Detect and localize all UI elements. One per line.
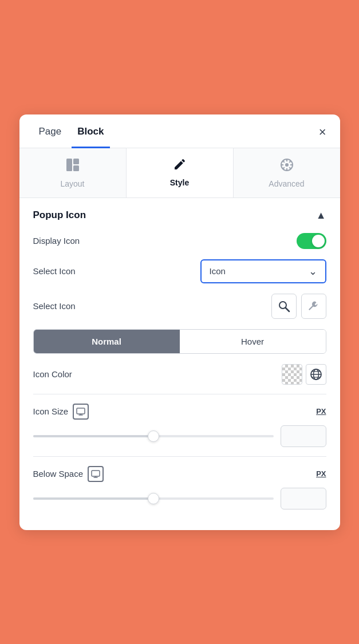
slider-thumb-2[interactable] (148, 493, 159, 504)
icon-size-unit[interactable]: PX (316, 407, 326, 416)
tab-page[interactable]: Page (33, 126, 68, 148)
select-icon-value: Icon (210, 266, 226, 276)
toggle-thumb (312, 235, 325, 247)
global-color-button[interactable] (306, 364, 326, 385)
icon-size-label: Icon Size (33, 404, 89, 420)
below-space-header: Below Space PX (33, 466, 326, 482)
content-area: Popup Icon ▲ Display Icon Select Icon Ic… (19, 198, 340, 530)
select-icon-label: Select Icon (33, 266, 76, 276)
below-space-section: Below Space PX (33, 466, 326, 519)
svg-line-10 (289, 167, 291, 169)
tab-block[interactable]: Block (72, 126, 109, 148)
monitor-icon-2[interactable] (88, 466, 104, 482)
tab-style-label: Style (170, 178, 189, 187)
slider-fill-2 (33, 497, 153, 500)
advanced-icon (279, 157, 294, 176)
svg-rect-20 (77, 408, 85, 414)
icon-size-header: Icon Size PX (33, 404, 326, 420)
icon-color-label: Icon Color (33, 369, 72, 379)
monitor-icon[interactable] (73, 404, 89, 420)
header-tabs: Page Block × (19, 114, 340, 148)
display-icon-row: Display Icon (33, 233, 326, 249)
icon-buttons (271, 294, 326, 319)
select-icon-buttons-row: Select Icon (33, 294, 326, 319)
state-toggle: Normal Hover (33, 329, 326, 354)
svg-rect-0 (66, 159, 72, 171)
below-space-input[interactable] (281, 488, 326, 509)
toggle-track (297, 233, 326, 249)
hover-state-button[interactable]: Hover (180, 330, 326, 353)
svg-line-12 (282, 167, 284, 169)
style-icon (173, 157, 187, 175)
icon-size-slider-row (33, 425, 326, 447)
svg-line-14 (286, 308, 289, 311)
chevron-down-icon: ⌄ (309, 265, 317, 278)
icon-color-row: Icon Color (33, 364, 326, 394)
sub-tabs: Layout Style (19, 148, 340, 198)
tab-advanced[interactable]: Advanced (234, 148, 340, 197)
slider-thumb[interactable] (148, 430, 159, 442)
search-icon-button[interactable] (271, 294, 297, 319)
svg-rect-1 (73, 159, 79, 164)
svg-rect-2 (73, 165, 79, 171)
tab-layout[interactable]: Layout (19, 148, 127, 197)
color-swatches (282, 364, 326, 385)
icon-size-text: Icon Size (33, 406, 69, 416)
close-button[interactable]: × (319, 126, 326, 148)
tab-advanced-label: Advanced (269, 179, 304, 188)
select-icon-dropdown-row: Select Icon Icon ⌄ (33, 259, 326, 283)
svg-point-4 (285, 163, 289, 167)
tab-style[interactable]: Style (127, 148, 234, 197)
section-title: Popup Icon (33, 210, 86, 221)
wrench-icon-button[interactable] (301, 294, 326, 319)
transparent-swatch[interactable] (282, 364, 302, 385)
settings-panel: Page Block × Layout Style (19, 114, 340, 530)
below-space-text: Below Space (33, 469, 84, 479)
tab-layout-label: Layout (60, 179, 84, 188)
display-icon-label: Display Icon (33, 236, 80, 246)
svg-rect-23 (92, 471, 100, 476)
collapse-icon[interactable]: ▲ (316, 210, 326, 222)
svg-line-9 (282, 160, 284, 162)
slider-fill (33, 435, 153, 437)
icon-size-section: Icon Size PX (33, 404, 326, 457)
display-icon-toggle[interactable] (297, 233, 326, 249)
section-header: Popup Icon ▲ (33, 210, 326, 222)
below-space-slider-row (33, 488, 326, 509)
below-space-label: Below Space (33, 466, 104, 482)
select-icon2-label: Select Icon (33, 301, 76, 311)
below-space-unit[interactable]: PX (316, 469, 326, 478)
normal-state-button[interactable]: Normal (34, 330, 180, 353)
select-icon-dropdown[interactable]: Icon ⌄ (200, 259, 326, 283)
icon-size-input[interactable] (281, 425, 326, 447)
svg-line-11 (289, 160, 291, 162)
layout-icon (65, 157, 80, 176)
icon-size-slider[interactable] (33, 435, 274, 437)
below-space-slider[interactable] (33, 497, 274, 500)
